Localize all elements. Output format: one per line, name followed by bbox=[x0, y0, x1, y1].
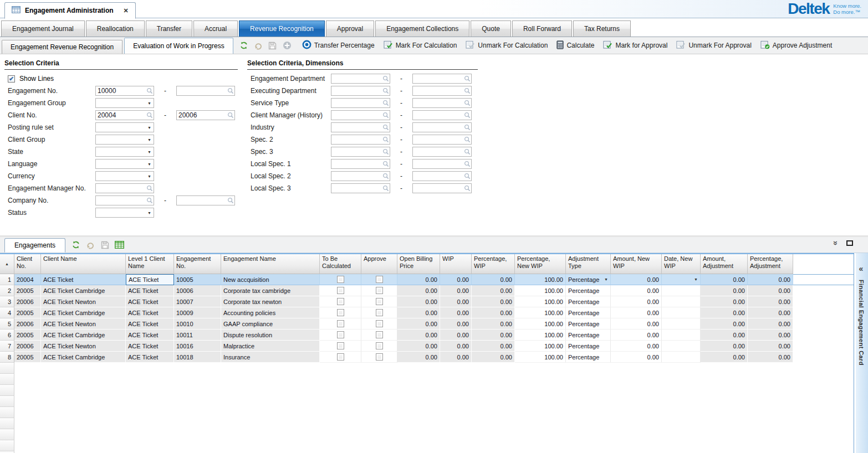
spec-2-from-input[interactable] bbox=[331, 136, 381, 144]
search-icon[interactable] bbox=[464, 148, 471, 157]
industry-from-input[interactable] bbox=[331, 123, 381, 132]
cell-to-be-calculated[interactable] bbox=[320, 352, 361, 363]
collapse-icon[interactable]: « bbox=[859, 264, 864, 273]
checkbox-unchecked[interactable] bbox=[337, 353, 344, 361]
add-icon[interactable] bbox=[280, 39, 294, 52]
row-number[interactable]: 2 bbox=[0, 285, 14, 296]
save-icon[interactable] bbox=[98, 238, 111, 251]
tab-tax-returns[interactable]: Tax Returns bbox=[573, 20, 631, 37]
search-icon[interactable] bbox=[382, 124, 389, 132]
checkbox-unchecked[interactable] bbox=[376, 287, 383, 294]
table-row[interactable]: 220005ACE Ticket CambridgeACE Ticket1000… bbox=[0, 285, 854, 296]
checkbox-unchecked[interactable] bbox=[376, 309, 383, 316]
local-spec-3-from-input[interactable] bbox=[331, 184, 381, 193]
checkbox-unchecked[interactable] bbox=[337, 276, 344, 283]
table-row[interactable]: 420005ACE Ticket CambridgeACE Ticket1000… bbox=[0, 307, 854, 318]
checkbox-unchecked[interactable] bbox=[337, 298, 344, 305]
unmark-for-approval-button[interactable]: Unmark For Approval bbox=[672, 38, 755, 53]
column-header-client-name[interactable]: Client Name bbox=[41, 254, 126, 274]
table-row[interactable]: 620005ACE Ticket CambridgeACE Ticket1001… bbox=[0, 330, 854, 341]
maximize-icon[interactable] bbox=[846, 240, 853, 246]
checkbox-unchecked[interactable] bbox=[376, 298, 383, 305]
column-header-wip[interactable]: WIP bbox=[440, 254, 472, 274]
column-header-date-new-wip[interactable]: Date, New WIP bbox=[662, 254, 701, 274]
cell-approve[interactable] bbox=[361, 330, 397, 341]
table-row[interactable]: 520006ACE Ticket NewtonACE Ticket10010GA… bbox=[0, 318, 854, 330]
transfer-percentage-button[interactable]: Transfer Percentage bbox=[298, 38, 379, 53]
row-number[interactable]: 7 bbox=[0, 341, 14, 352]
spec-3-to-input[interactable] bbox=[413, 148, 462, 156]
undo-icon[interactable] bbox=[252, 39, 265, 52]
checkbox-unchecked[interactable] bbox=[376, 276, 383, 283]
search-icon[interactable] bbox=[464, 75, 471, 84]
checkbox-unchecked[interactable] bbox=[337, 309, 344, 316]
search-icon[interactable] bbox=[464, 112, 471, 120]
search-icon[interactable] bbox=[382, 161, 389, 169]
status-dropdown[interactable]: ▼ bbox=[95, 208, 154, 218]
mark-for-approval-button[interactable]: Mark for Approval bbox=[599, 38, 672, 53]
cell-to-be-calculated[interactable] bbox=[320, 318, 361, 330]
chevron-down-icon[interactable]: ▼ bbox=[692, 277, 698, 281]
tab-engagement-collections[interactable]: Engagement Collections bbox=[375, 20, 469, 37]
language-dropdown[interactable]: ▼ bbox=[95, 159, 154, 169]
table-row[interactable]: 320006ACE Ticket NewtonACE Ticket10007Co… bbox=[0, 296, 854, 307]
save-icon[interactable] bbox=[266, 39, 279, 52]
close-icon[interactable]: ✕ bbox=[124, 7, 129, 14]
cell-approve[interactable] bbox=[361, 341, 397, 352]
client-manager-history-from-input[interactable] bbox=[331, 111, 381, 120]
state-dropdown[interactable]: ▼ bbox=[95, 147, 154, 157]
column-header-corner[interactable]: ▲ bbox=[0, 254, 14, 274]
row-number[interactable]: 8 bbox=[0, 352, 14, 363]
search-icon[interactable] bbox=[464, 173, 471, 181]
table-row[interactable]: 720006ACE Ticket NewtonACE Ticket10016Ma… bbox=[0, 341, 854, 352]
column-header-amount-adjustment[interactable]: Amount, Adjustment bbox=[701, 254, 748, 274]
cell-approve[interactable] bbox=[361, 318, 397, 330]
client-no-from-input[interactable] bbox=[96, 111, 145, 120]
posting-rule-set-dropdown[interactable]: ▼ bbox=[95, 122, 154, 132]
search-icon[interactable] bbox=[146, 87, 153, 96]
tab-quote[interactable]: Quote bbox=[471, 20, 511, 37]
service-type-from-input[interactable] bbox=[331, 99, 381, 107]
cell-to-be-calculated[interactable] bbox=[320, 307, 361, 318]
column-header-adjustment-type[interactable]: Adjustment Type bbox=[566, 254, 611, 274]
search-icon[interactable] bbox=[146, 185, 153, 193]
company-no-from-input[interactable] bbox=[96, 197, 145, 205]
checkbox-unchecked[interactable] bbox=[376, 331, 383, 338]
calculate-button[interactable]: Calculate bbox=[552, 38, 599, 53]
checkbox-unchecked[interactable] bbox=[337, 287, 344, 294]
executing-department-from-input[interactable] bbox=[331, 87, 381, 95]
document-tab[interactable]: Engagement Administration ✕ bbox=[4, 2, 136, 19]
chevron-down-icon[interactable]: ▼ bbox=[602, 277, 608, 281]
local-spec-2-to-input[interactable] bbox=[413, 172, 462, 181]
search-icon[interactable] bbox=[464, 136, 471, 145]
cell-adjustment-type[interactable]: Percentage▼ bbox=[566, 274, 611, 285]
row-number[interactable]: 4 bbox=[0, 307, 14, 318]
column-header-engagement-name[interactable]: Engagement Name bbox=[221, 254, 320, 274]
cell-date-new-wip[interactable]: ▼ bbox=[662, 274, 701, 285]
cell-approve[interactable] bbox=[361, 274, 397, 285]
engagement-department-from-input[interactable] bbox=[331, 75, 381, 83]
checkbox-unchecked[interactable] bbox=[376, 353, 383, 361]
search-icon[interactable] bbox=[382, 185, 389, 193]
cell-to-be-calculated[interactable] bbox=[320, 330, 361, 341]
refresh-icon[interactable] bbox=[69, 238, 83, 251]
local-spec-1-from-input[interactable] bbox=[331, 160, 381, 168]
column-header-to-be-calculated[interactable]: To Be Calculated bbox=[320, 254, 361, 274]
engagement-manager-no-input[interactable] bbox=[96, 184, 145, 193]
cell-to-be-calculated[interactable] bbox=[320, 285, 361, 296]
service-type-to-input[interactable] bbox=[413, 99, 462, 107]
client-group-dropdown[interactable]: ▼ bbox=[95, 135, 154, 145]
client-no-to-input[interactable] bbox=[177, 111, 226, 120]
search-icon[interactable] bbox=[464, 185, 471, 193]
column-header-amount-new-wip[interactable]: Amount, New WIP bbox=[611, 254, 662, 274]
search-icon[interactable] bbox=[146, 112, 153, 120]
tab-roll-forward[interactable]: Roll Forward bbox=[512, 20, 572, 37]
approve-adjustment-button[interactable]: Approve Adjustment bbox=[756, 38, 836, 53]
search-icon[interactable] bbox=[464, 124, 471, 132]
table-grid-icon[interactable] bbox=[113, 238, 126, 251]
search-icon[interactable] bbox=[227, 112, 234, 120]
checkbox-unchecked[interactable] bbox=[376, 320, 383, 327]
cell-to-be-calculated[interactable] bbox=[320, 274, 361, 285]
search-icon[interactable] bbox=[382, 75, 389, 84]
column-header-level-1-client-name[interactable]: Level 1 Client Name bbox=[126, 254, 174, 274]
